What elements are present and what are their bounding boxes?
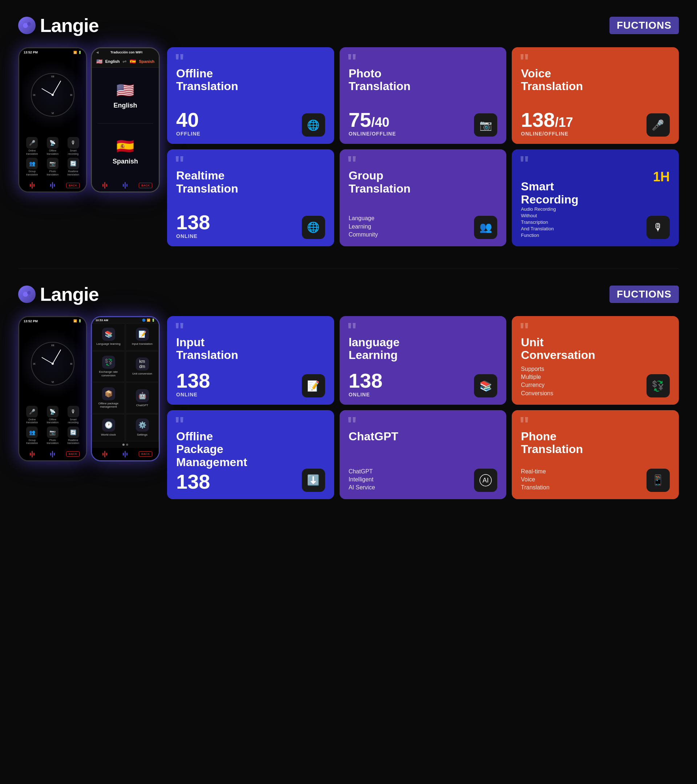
clock-center-1 [52, 94, 54, 96]
nav-s2-photo[interactable]: 📷 Phototranslation [44, 427, 62, 445]
card-photo-bottom: 75 /40 ONLINE/OFFLINE 📷 [348, 110, 498, 137]
card-lang-icon: 📚 [474, 374, 497, 397]
s2-bottom-btn1[interactable] [26, 451, 39, 457]
back-btn-s2[interactable]: BACK [66, 451, 79, 457]
phone2-bottom-btn1[interactable] [99, 182, 112, 189]
nav-s2-offline[interactable]: 📡 Offlinetranslation [44, 406, 62, 424]
phone1-time: 13:52 PM [24, 51, 38, 54]
nav-s2-online[interactable]: 🎤 Onlinetranslation [23, 406, 41, 424]
menu-chatgpt[interactable]: 🤖 ChatGPT [126, 382, 159, 413]
spanish-label: Spanish [113, 158, 138, 165]
roman-xii-2: XII [51, 344, 54, 347]
card-voice-status: ONLINE/OFFLINE [521, 131, 573, 137]
phone1-s2-clock: XII III VI IX [22, 324, 83, 403]
phone2-lang-selector: 🇺🇸 English ⇌ 🇪🇸 Spanish [92, 56, 159, 68]
nav-smart-recording[interactable]: 🎙 Smartrecording [64, 137, 82, 155]
functions-badge-2: FUCTIONS [610, 285, 679, 303]
cards-grid-section2: " InputTranslation 138 ONLINE 📝 " langua… [167, 316, 679, 499]
spanish-block: 🇪🇸 Spanish [92, 124, 159, 179]
s2-photo-label: Phototranslation [47, 439, 59, 445]
card-unit-title: UnitConversation [521, 336, 670, 361]
card-chatgpt-desc: ChatGPTIntelligentAI Service [348, 468, 375, 492]
card-group-icon: 👥 [474, 216, 497, 239]
phone2-section1: ◀ Traducción con WIFI 🇺🇸 English ⇌ 🇪🇸 Sp… [91, 47, 160, 193]
analog-clock-2: XII III VI IX [31, 342, 74, 385]
nav-s2-realtime[interactable]: 🔄 Realtimetranslation [64, 427, 82, 445]
flag2-sec1: 🇪🇸 [130, 58, 136, 64]
flag1-sec1: 🇺🇸 [96, 58, 102, 64]
section1-header: Langie FUCTIONS [18, 15, 679, 36]
svg-point-1 [27, 22, 31, 26]
nav-online-translation[interactable]: 🎤 Onlinetranslation [23, 137, 41, 155]
card-offline-package: " OfflinePackageManagement 138 ⬇️ [167, 410, 334, 499]
menu-lang-learning-label: Language learning [96, 342, 120, 346]
menu-input-translation-label: Input translation [132, 342, 153, 346]
offline-translation-icon: 📡 [47, 137, 59, 148]
section2-header: Langie FUCTIONS [18, 283, 679, 305]
nav-offline-translation[interactable]: 📡 Offlinetranslation [44, 137, 62, 155]
menu-settings[interactable]: ⚙️ Settings [126, 414, 159, 441]
s2-bottom-btn2[interactable] [46, 451, 59, 457]
nav-group-translation[interactable]: 👥 Grouptranslation [23, 158, 41, 176]
menu-unit-conversion[interactable]: kmdm Unit conversion [126, 351, 159, 382]
s2-p2-bottom-btn1[interactable] [99, 451, 112, 457]
phone2-status-bar: ◀ Traducción con WIFI [92, 48, 159, 56]
realtime-count: 138 [176, 212, 210, 232]
phone2-s2-time: 10:53 AM [95, 319, 108, 322]
back-btn-s2-p2[interactable]: BACK [139, 451, 152, 457]
phone1-s2-status-bar: 13:52 PM 📶🔋 [19, 317, 86, 324]
photo-count-suffix: /40 [371, 115, 390, 130]
spanish-flag: 🇪🇸 [116, 138, 135, 155]
menu-world-clock[interactable]: 🕐 World clock [92, 414, 125, 441]
card-input-bottom: 138 ONLINE 📝 [176, 371, 325, 397]
card-offline-pkg-icon: ⬇️ [302, 469, 325, 492]
quote-smart: " [519, 153, 529, 175]
nav-photo-translation[interactable]: 📷 Phototranslation [44, 158, 62, 176]
bottom-bar-btn1[interactable] [26, 182, 39, 189]
phones-section2: 13:52 PM 📶🔋 XII III VI [18, 316, 160, 461]
menu-clock-label: World clock [101, 433, 116, 437]
card-offline-pkg-bottom: 138 ⬇️ [176, 469, 325, 492]
lang-swap-icon[interactable]: ⇌ [122, 58, 127, 64]
menu-offline-package[interactable]: 📦 Offline packagemanagement [92, 382, 125, 413]
card-lang-bottom: 138 ONLINE 📚 [348, 371, 498, 397]
phone2-bottom-btn2[interactable] [118, 182, 132, 189]
phones-section1: 13:52 PM 📶🔋 XII III VI [18, 47, 160, 193]
roman-vi: VI [52, 112, 54, 114]
card-smart-title: SmartRecording [521, 180, 578, 206]
svg-text:AI: AI [483, 477, 489, 484]
phone2-s2-dots [92, 441, 159, 448]
card-photo-status: ONLINE/OFFLINE [348, 131, 396, 137]
menu-lang-learning[interactable]: 📚 Language learning [92, 323, 125, 351]
smart-badge: 1H [653, 169, 670, 184]
bottom-bar-btn2[interactable] [46, 182, 59, 189]
card-chatgpt-title: ChatGPT [348, 430, 498, 443]
card-smart-bottom: Audio RecordingWithoutTranscriptionAnd T… [521, 206, 670, 239]
s2-online-icon: 🎤 [26, 406, 38, 417]
roman-xii: XII [51, 75, 54, 78]
svg-point-0 [23, 23, 28, 28]
nav-s2-group[interactable]: 👥 Grouptranslation [23, 427, 41, 445]
back-btn2[interactable]: BACK [139, 183, 152, 188]
offline-pkg-count: 138 [176, 471, 210, 492]
s2-group-label: Grouptranslation [26, 439, 38, 445]
card-input-icon: 📝 [302, 374, 325, 397]
nav-s2-smart[interactable]: 🎙 Smartrecording [64, 406, 82, 424]
svg-point-3 [27, 291, 31, 295]
online-translation-label: Onlinetranslation [26, 149, 38, 155]
card-realtime-icon: 🌐 [302, 216, 325, 239]
menu-exchange-rate[interactable]: 💱 Exchange rateconversion [92, 351, 125, 382]
photo-count-main: 75 [348, 110, 371, 130]
photo-translation-label: Phototranslation [47, 170, 59, 176]
card-voice-bottom: 138 /17 ONLINE/OFFLINE 🎤 [521, 110, 670, 137]
back-btn1[interactable]: BACK [66, 183, 79, 188]
phone1-section1: 13:52 PM 📶🔋 XII III VI [18, 47, 87, 193]
s2-p2-bottom-btn2[interactable] [118, 451, 132, 457]
clock-center-2 [52, 362, 54, 365]
menu-input-translation[interactable]: 📝 Input translation [126, 323, 159, 351]
phone1-nav: 🎤 Onlinetranslation 📡 Offlinetranslation… [19, 134, 86, 179]
card-smart-desc: Audio RecordingWithoutTranscriptionAnd T… [521, 206, 556, 239]
s2-online-label: Onlinetranslation [26, 418, 38, 424]
logo-icon [18, 17, 36, 34]
nav-realtime-translation[interactable]: 🔄 Realtimetranslation [64, 158, 82, 176]
